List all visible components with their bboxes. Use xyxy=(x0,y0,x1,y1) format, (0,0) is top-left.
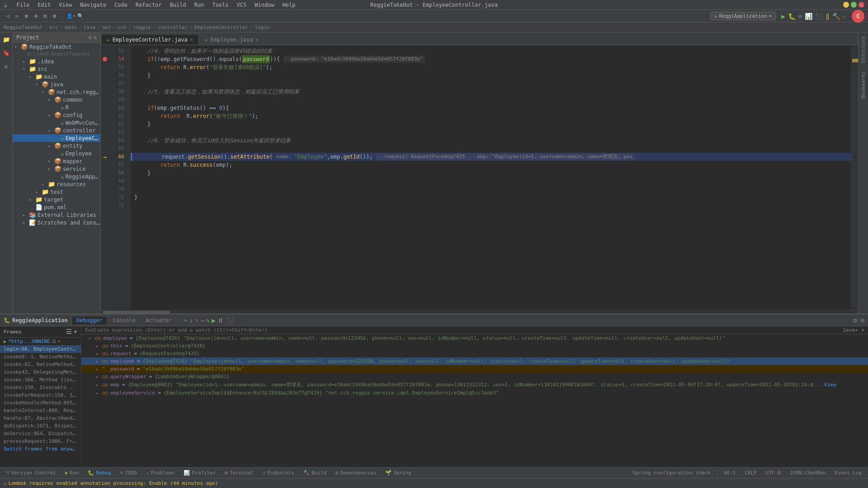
toolbar-position[interactable]: 66:1 xyxy=(721,469,739,477)
tree-item-extlibs[interactable]: ▸ 📚 External Libraries xyxy=(13,211,100,219)
frames-filter-btn[interactable]: ☰ xyxy=(66,328,72,335)
tree-item-idea[interactable]: ▸ 📁 .idea xyxy=(13,57,100,65)
debug-tab-debugger[interactable]: Debugger xyxy=(71,316,108,324)
toolbar-debug[interactable]: 🐛 Debug xyxy=(85,469,113,477)
maximize-button[interactable]: □ xyxy=(851,2,857,8)
debug-run-to-cursor[interactable]: ⇒ xyxy=(200,317,204,324)
toolbar-problems[interactable]: ⚠ Problems xyxy=(143,469,178,477)
sidebar-structure-icon[interactable]: ≡ xyxy=(1,61,11,71)
tree-item-resources[interactable]: ▸ 📁 resources xyxy=(13,180,100,188)
toolbar-build[interactable]: 🔨 Build xyxy=(301,469,329,477)
menu-vcs[interactable]: VCS xyxy=(233,1,250,9)
menu-code[interactable]: Code xyxy=(111,1,131,9)
debug-layout-btn[interactable]: ⊞ xyxy=(861,317,864,324)
tree-item-service[interactable]: ▸ 📦 service xyxy=(13,165,100,173)
toolbar-endpoints[interactable]: ⚡ Endpoints xyxy=(260,469,297,477)
tree-item-scratches[interactable]: ▸ 📝 Scratches and Consoles xyxy=(13,219,100,226)
frame-item-11[interactable]: doService:964, DispatcherS... xyxy=(0,430,81,437)
toolbar-run[interactable]: ▶ Run xyxy=(62,469,82,477)
tab-employee[interactable]: ☕ Employee.java ✕ xyxy=(199,34,264,45)
tree-item-entity[interactable]: ▸ 📦 entity xyxy=(13,142,100,150)
tree-item-r[interactable]: ☕ R xyxy=(13,103,100,111)
frame-item-4[interactable]: invoke:366, Method {java.l... xyxy=(0,376,81,384)
frame-item-1[interactable]: invoke0:-1, NativeMethods... xyxy=(0,353,81,361)
toolbar-spring-check[interactable]: Spring configuration check xyxy=(630,469,713,477)
project-settings-btn[interactable]: ⚙ xyxy=(89,34,92,41)
expression-input[interactable] xyxy=(85,327,843,333)
path-java[interactable]: java xyxy=(83,24,95,30)
run-button[interactable]: ▶ xyxy=(781,13,785,20)
nav-expand-btn[interactable]: ⊟ xyxy=(41,12,50,20)
tree-item-employee[interactable]: ☕ Employee xyxy=(13,150,100,157)
menu-tools[interactable]: Tools xyxy=(208,1,232,9)
code-content[interactable]: //4. 密码比对，如果不一致则返回密码错误的结果 if(!emp.getPas… xyxy=(131,45,852,310)
frame-item-8[interactable]: handleInternal:808, Reques... xyxy=(0,407,81,414)
debug-step-out[interactable]: ↑ xyxy=(195,317,198,324)
tree-item-employeecontroller[interactable]: ☕ EmployeeController xyxy=(13,134,100,142)
debug-tab-actuator[interactable]: Actuator xyxy=(141,316,176,324)
sidebar-structure-tab[interactable]: Structure xyxy=(859,34,867,65)
menu-refactor[interactable]: Refactor xyxy=(132,1,165,9)
var-item-querywrapper[interactable]: ▸ ○○ queryWrapper = {LambdaQueryWrapper@… xyxy=(81,373,868,380)
debug-evaluate[interactable]: ✎ xyxy=(206,317,210,324)
path-src[interactable]: src xyxy=(49,24,58,30)
frame-item-10[interactable]: doDispatch:1071, Dispatch... xyxy=(0,422,81,430)
tree-item-path[interactable]: D:\JAVA\ReggieTakeOut xyxy=(13,51,100,57)
search-icon[interactable]: 🔍 xyxy=(77,13,84,19)
menu-view[interactable]: View xyxy=(55,1,75,9)
debug-resume[interactable]: ▶ xyxy=(212,317,215,324)
tree-item-root[interactable]: ▾ 📦 ReggieTakeOut xyxy=(13,43,100,51)
frame-item-9[interactable]: handle:87, AbstractHandle... xyxy=(0,414,81,422)
thread-add-icon[interactable]: + xyxy=(58,339,61,344)
toolbar-spring[interactable]: 🌱 Spring xyxy=(382,469,414,477)
expression-lang[interactable]: Java▾ xyxy=(843,327,858,333)
tree-item-main[interactable]: ▾ 📁 main xyxy=(13,73,100,80)
frame-item-7[interactable]: invokeHandlerMethod:895... xyxy=(0,399,81,407)
tree-item-controller[interactable]: ▸ 📦 controller xyxy=(13,127,100,134)
var-item-password[interactable]: ▸ " password = "e10adc3949ba59abbe56e057… xyxy=(81,365,868,373)
var-item-emp[interactable]: ▸ ○○ emp = {Employee@9083} "Employee(id=… xyxy=(81,380,868,389)
var-item-request[interactable]: ▸ ○○ request = {RequestFacade@7425} xyxy=(81,350,868,357)
tree-item-src[interactable]: ▾ 📁 src xyxy=(13,65,100,73)
sidebar-bookmarks-tab[interactable]: Bookmarks xyxy=(859,70,867,100)
toolbar-todo[interactable]: ✎ TODO xyxy=(118,469,140,477)
user-avatar[interactable]: C xyxy=(852,10,864,23)
tree-item-config[interactable]: ▸ 📦 config xyxy=(13,111,100,119)
stop-button[interactable]: ⬛ xyxy=(815,13,823,20)
toolbar-user[interactable]: JSON:ChenMon xyxy=(787,469,828,477)
expression-dropdown[interactable]: ▾ xyxy=(861,327,864,333)
debug-settings-btn[interactable]: ⚙ xyxy=(853,317,857,324)
toolbar-encoding[interactable]: UTF-8 xyxy=(763,469,783,477)
menu-help[interactable]: Help xyxy=(279,1,299,9)
frame-item-6[interactable]: invokeForRequest:150, Invo... xyxy=(0,391,81,399)
sidebar-project-icon[interactable]: 📁 xyxy=(1,34,11,44)
coverage-button[interactable]: ⊙ xyxy=(798,13,802,20)
nav-collapse-btn[interactable]: ⊞ xyxy=(50,12,59,20)
tree-item-mapper[interactable]: ▸ 📦 mapper xyxy=(13,157,100,165)
clean-button[interactable]: ✧ xyxy=(843,13,846,20)
tab-close-emp[interactable]: ✕ xyxy=(255,37,258,42)
frame-thread[interactable]: ▶ *http...UNNING ☰ + xyxy=(0,338,81,345)
tree-item-package[interactable]: ▾ 📦 net.cch.reggie xyxy=(13,88,100,96)
debug-stop[interactable]: ⬛ xyxy=(226,317,233,324)
tab-close-ec[interactable]: ✕ xyxy=(190,37,193,42)
nav-forward-btn[interactable]: ▷ xyxy=(13,12,22,20)
tab-employeecontroller[interactable]: ☕ EmployeeController.java ✕ xyxy=(101,34,199,45)
tree-item-reggieapp[interactable]: ☕ ReggieApplication xyxy=(13,173,100,180)
var-item-employeeservice[interactable]: ▸ ○○ employeeService = {EmployeeServiceI… xyxy=(81,389,868,397)
var-item-this[interactable]: ▸ ○○ this = {EmployeeController@7428} xyxy=(81,342,868,350)
frame-item-12[interactable]: processRequest:1006, Fram... xyxy=(0,437,81,445)
path-employeecontroller[interactable]: EmployeeController xyxy=(194,24,248,30)
menu-build[interactable]: Build xyxy=(166,1,190,9)
sidebar-bookmarks-icon[interactable]: 🔖 xyxy=(1,48,11,58)
debug-pause[interactable]: ⏸ xyxy=(217,317,224,324)
toolbar-version-control[interactable]: ⌥ Version Control xyxy=(4,469,59,477)
close-button[interactable]: ✕ xyxy=(859,2,864,8)
pause-button[interactable]: ‖ xyxy=(826,13,829,20)
menu-run[interactable]: Run xyxy=(191,1,208,9)
run-config[interactable]: ☕ ReggiApplication ▾ xyxy=(710,12,776,20)
scrollbar-thumb[interactable] xyxy=(103,311,170,314)
frame-item-3[interactable]: invoke43, DelegatingMeth... xyxy=(0,368,81,376)
frame-item-2[interactable]: invoke:62, NativeMethod4... xyxy=(0,361,81,368)
debug-tab-console[interactable]: Console xyxy=(108,316,141,324)
